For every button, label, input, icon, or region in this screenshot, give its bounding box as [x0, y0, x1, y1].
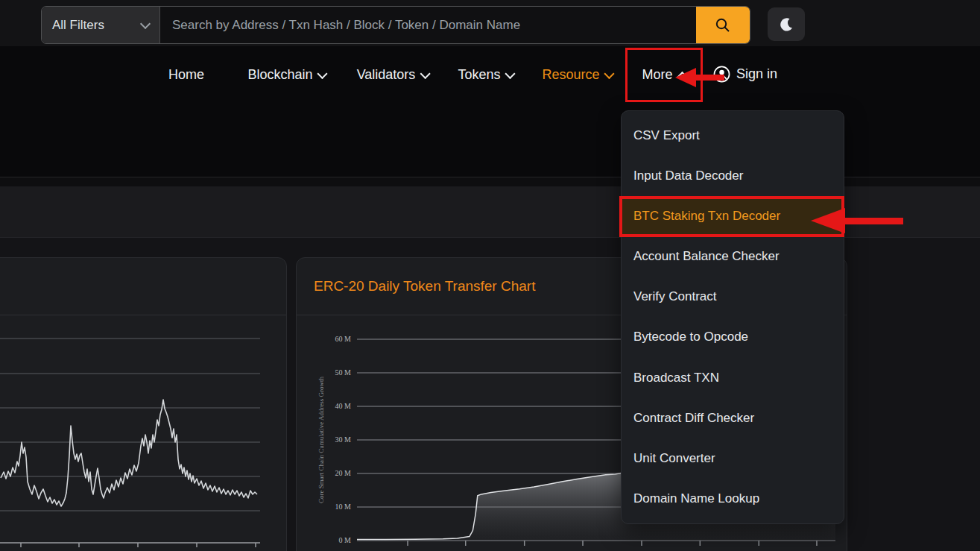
chevron-down-icon [140, 18, 151, 28]
chevron-down-icon [505, 68, 515, 78]
nav-item-label: Tokens [458, 67, 500, 83]
nav-item-more[interactable]: More [642, 67, 686, 83]
y-tick-label: 60 M [335, 335, 352, 343]
menu-item-verify-contract[interactable]: Verify Contract [622, 277, 844, 317]
y-tick-label: 20 M [335, 469, 352, 477]
nav-item-label: Home [168, 67, 204, 83]
nav-item-label: Blockchain [247, 67, 312, 83]
menu-item-broadcast-txn[interactable]: Broadcast TXN [622, 358, 844, 398]
moon-icon [778, 16, 794, 33]
y-tick-label: 50 M [335, 368, 352, 377]
chevron-up-icon [677, 71, 687, 81]
menu-item-input-data-decoder[interactable]: Input Data Decoder [622, 156, 844, 196]
filter-dropdown-label: All Filters [52, 18, 104, 33]
more-dropdown-menu: CSV ExportInput Data DecoderBTC Staking … [621, 110, 844, 524]
chevron-down-icon [604, 68, 614, 78]
nav-item-resource[interactable]: Resource [542, 67, 613, 83]
menu-item-account-balance-checker[interactable]: Account Balance Checker [622, 236, 844, 277]
chevron-down-icon [317, 68, 327, 78]
left-chart-card [0, 257, 287, 551]
search-input[interactable] [160, 7, 696, 43]
nav-item-label: Resource [542, 67, 599, 83]
nav-item-validators[interactable]: Validators [357, 67, 429, 83]
line-chart [0, 258, 286, 551]
sign-in-label: Sign in [736, 66, 777, 82]
menu-item-btc-staking-txn-decoder[interactable]: BTC Staking Txn Decoder [622, 196, 844, 236]
sign-in-button[interactable]: Sign in [713, 66, 777, 83]
chevron-down-icon [420, 68, 430, 78]
y-axis-title: Core Smart Chain Cumulative Address Grow… [317, 376, 325, 503]
menu-item-bytecode-to-opcode[interactable]: Bytecode to Opcode [622, 317, 844, 357]
nav-item-label: Validators [357, 67, 416, 83]
search-icon [715, 17, 731, 34]
y-tick-label: 10 M [335, 503, 352, 511]
y-tick-label: 40 M [335, 402, 352, 410]
top-bar: All Filters [0, 0, 980, 47]
menu-item-csv-export[interactable]: CSV Export [622, 116, 844, 156]
nav-item-blockchain[interactable]: Blockchain [247, 67, 326, 83]
y-tick-label: 30 M [335, 435, 352, 444]
menu-item-unit-converter[interactable]: Unit Converter [622, 438, 844, 479]
nav-item-home[interactable]: Home [168, 67, 204, 83]
search-button[interactable] [696, 7, 750, 43]
menu-item-domain-name-lookup[interactable]: Domain Name Lookup [622, 479, 844, 519]
theme-toggle-button[interactable] [768, 7, 805, 41]
menu-item-contract-diff-checker[interactable]: Contract Diff Checker [622, 398, 844, 438]
search-bar: All Filters [41, 6, 750, 44]
filter-dropdown[interactable]: All Filters [42, 7, 160, 43]
nav-item-label: More [642, 67, 672, 83]
y-tick-label: 0 M [339, 536, 352, 544]
user-icon [713, 66, 730, 83]
nav-item-tokens[interactable]: Tokens [458, 67, 513, 83]
